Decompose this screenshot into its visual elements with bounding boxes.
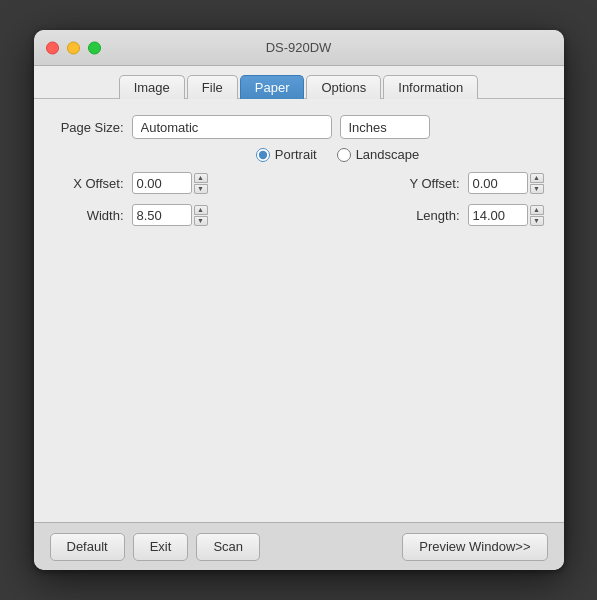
- landscape-radio-label[interactable]: Landscape: [337, 147, 420, 162]
- orientation-row: Portrait Landscape: [132, 147, 544, 162]
- tab-information[interactable]: Information: [383, 75, 478, 99]
- exit-button[interactable]: Exit: [133, 533, 189, 561]
- page-size-row: Page Size: Automatic Letter Legal A4 A5 …: [54, 115, 544, 139]
- width-spinner-btns: ▲ ▼: [194, 205, 208, 226]
- y-offset-col: Y Offset: ▲ ▼: [299, 172, 544, 194]
- width-spinner: ▲ ▼: [132, 204, 208, 226]
- y-offset-label: Y Offset:: [390, 176, 460, 191]
- x-offset-spinner: ▲ ▼: [132, 172, 208, 194]
- length-input[interactable]: [468, 204, 528, 226]
- page-size-select[interactable]: Automatic Letter Legal A4 A5: [132, 115, 332, 139]
- tab-options[interactable]: Options: [306, 75, 381, 99]
- units-select-wrapper: Inches mm pixels: [332, 115, 430, 139]
- scan-button[interactable]: Scan: [196, 533, 260, 561]
- title-bar: DS-920DW: [34, 30, 564, 66]
- length-down-btn[interactable]: ▼: [530, 216, 544, 226]
- page-size-label: Page Size:: [54, 120, 124, 135]
- tab-image[interactable]: Image: [119, 75, 185, 99]
- bottom-bar: Default Exit Scan Preview Window>>: [34, 522, 564, 570]
- dimensions-row: Width: ▲ ▼ Length: ▲ ▼: [54, 204, 544, 226]
- width-input[interactable]: [132, 204, 192, 226]
- tab-paper[interactable]: Paper: [240, 75, 305, 99]
- tab-file[interactable]: File: [187, 75, 238, 99]
- y-offset-input[interactable]: [468, 172, 528, 194]
- default-button[interactable]: Default: [50, 533, 125, 561]
- minimize-button[interactable]: [67, 41, 80, 54]
- offset-row: X Offset: ▲ ▼ Y Offset: ▲ ▼: [54, 172, 544, 194]
- portrait-radio-label[interactable]: Portrait: [256, 147, 317, 162]
- page-size-select-wrapper: Automatic Letter Legal A4 A5: [132, 115, 332, 139]
- width-label: Width:: [54, 208, 124, 223]
- y-offset-down-btn[interactable]: ▼: [530, 184, 544, 194]
- length-spinner: ▲ ▼: [468, 204, 544, 226]
- main-window: DS-920DW Image File Paper Options Inform…: [34, 30, 564, 570]
- width-col: Width: ▲ ▼: [54, 204, 299, 226]
- content-area: Page Size: Automatic Letter Legal A4 A5 …: [34, 98, 564, 522]
- tab-bar: Image File Paper Options Information: [34, 66, 564, 98]
- x-offset-down-btn[interactable]: ▼: [194, 184, 208, 194]
- length-spinner-btns: ▲ ▼: [530, 205, 544, 226]
- units-select[interactable]: Inches mm pixels: [340, 115, 430, 139]
- length-up-btn[interactable]: ▲: [530, 205, 544, 215]
- y-offset-up-btn[interactable]: ▲: [530, 173, 544, 183]
- maximize-button[interactable]: [88, 41, 101, 54]
- width-up-btn[interactable]: ▲: [194, 205, 208, 215]
- x-offset-label: X Offset:: [54, 176, 124, 191]
- landscape-radio[interactable]: [337, 148, 351, 162]
- x-offset-spinner-btns: ▲ ▼: [194, 173, 208, 194]
- portrait-radio[interactable]: [256, 148, 270, 162]
- width-down-btn[interactable]: ▼: [194, 216, 208, 226]
- x-offset-up-btn[interactable]: ▲: [194, 173, 208, 183]
- window-controls: [46, 41, 101, 54]
- preview-button[interactable]: Preview Window>>: [402, 533, 547, 561]
- close-button[interactable]: [46, 41, 59, 54]
- window-title: DS-920DW: [266, 40, 332, 55]
- length-col: Length: ▲ ▼: [299, 204, 544, 226]
- y-offset-spinner-btns: ▲ ▼: [530, 173, 544, 194]
- x-offset-input[interactable]: [132, 172, 192, 194]
- length-label: Length:: [390, 208, 460, 223]
- x-offset-col: X Offset: ▲ ▼: [54, 172, 299, 194]
- y-offset-spinner: ▲ ▼: [468, 172, 544, 194]
